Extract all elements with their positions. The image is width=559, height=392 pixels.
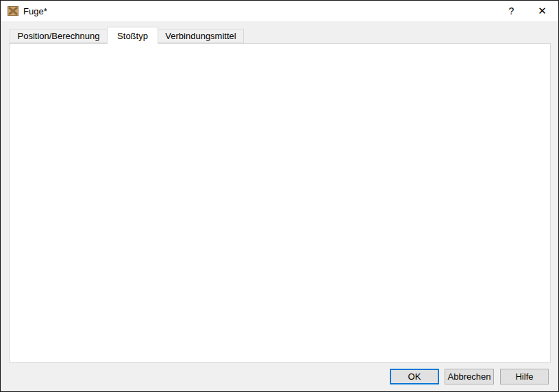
help-button[interactable]: Hilfe [500, 369, 549, 384]
ok-button[interactable]: OK [390, 369, 439, 384]
app-icon [8, 5, 18, 16]
tab-page [9, 43, 551, 363]
titlebar: Fuge* ? ✕ [1, 1, 558, 21]
tab-verbindungsmittel[interactable]: Verbindungsmittel [158, 29, 244, 43]
tab-position-berechnung[interactable]: Position/Berechnung [10, 29, 108, 43]
close-icon[interactable]: ✕ [527, 1, 558, 21]
window-title: Fuge* [23, 6, 47, 16]
help-icon[interactable]: ? [496, 1, 527, 21]
cancel-button[interactable]: Abbrechen [445, 369, 494, 384]
dialog-window: Fuge* ? ✕ Position/Berechnung Verbindung… [0, 0, 559, 392]
tab-stosstyp[interactable]: Stoßtyp [107, 27, 158, 44]
